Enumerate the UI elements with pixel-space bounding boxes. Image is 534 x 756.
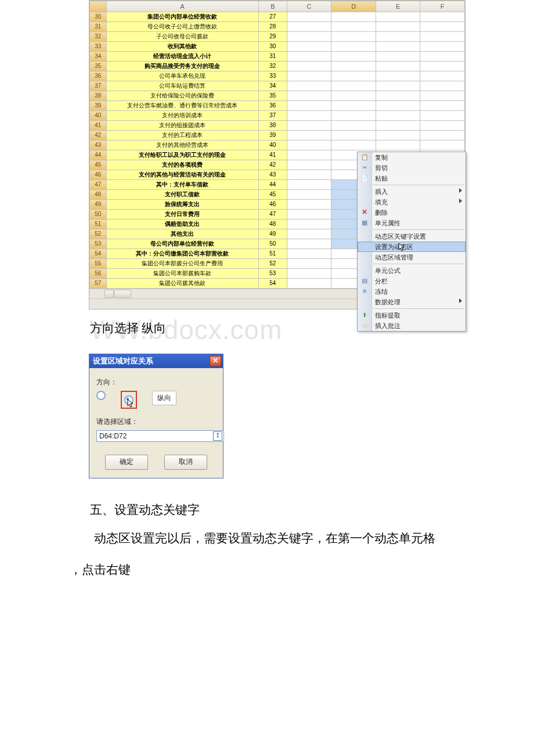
- dialog-titlebar[interactable]: 设置区域对应关系 ✕: [89, 354, 223, 368]
- cell-A[interactable]: 旅保统筹支出: [106, 200, 258, 210]
- cell-B[interactable]: 42: [258, 160, 287, 170]
- cell-C[interactable]: [287, 239, 331, 249]
- menu-paste[interactable]: 粘贴: [358, 173, 466, 183]
- cell-C[interactable]: [287, 22, 331, 32]
- row-header[interactable]: 30: [90, 12, 107, 22]
- cell-F[interactable]: [420, 101, 465, 111]
- cell-C[interactable]: [287, 141, 331, 150]
- row-header[interactable]: 33: [90, 42, 107, 52]
- cell-B[interactable]: 39: [258, 131, 287, 141]
- cell-C[interactable]: [287, 269, 331, 279]
- cell-B[interactable]: 44: [258, 180, 287, 190]
- cell-A[interactable]: 经营活动现金流入小计: [106, 52, 258, 62]
- row-header[interactable]: 41: [90, 121, 107, 131]
- cell-C[interactable]: [287, 121, 331, 131]
- row-header[interactable]: 57: [90, 279, 107, 289]
- row-header[interactable]: 49: [90, 200, 107, 210]
- menu-dyn-manage[interactable]: 动态区域管理: [358, 252, 466, 262]
- cell-B[interactable]: 32: [258, 62, 287, 71]
- row-header[interactable]: 53: [90, 239, 107, 249]
- close-button[interactable]: ✕: [210, 356, 221, 366]
- cell-B[interactable]: 36: [258, 101, 287, 111]
- col-header-F[interactable]: F: [420, 1, 465, 12]
- col-header-E[interactable]: E: [376, 1, 420, 12]
- row-header[interactable]: 39: [90, 101, 107, 111]
- row-header[interactable]: 55: [90, 259, 107, 269]
- row-header[interactable]: 32: [90, 32, 107, 42]
- row-header[interactable]: 54: [90, 249, 107, 259]
- row-header[interactable]: 51: [90, 219, 107, 229]
- cell-A[interactable]: 母公司收子公司上缴营收款: [106, 22, 258, 32]
- cell-B[interactable]: 45: [258, 190, 287, 200]
- cell-C[interactable]: [287, 200, 331, 210]
- menu-cut[interactable]: 剪切: [358, 163, 466, 173]
- cell-B[interactable]: 52: [258, 259, 287, 269]
- row-header[interactable]: 31: [90, 22, 107, 32]
- cell-C[interactable]: [287, 131, 331, 141]
- row-header[interactable]: 48: [90, 190, 107, 200]
- menu-delete[interactable]: 删除: [358, 207, 466, 218]
- region-input[interactable]: D64:D72 ↥: [96, 430, 224, 442]
- cell-A[interactable]: 其中：支付单车借款: [106, 180, 258, 190]
- cell-D[interactable]: [331, 141, 376, 150]
- cell-C[interactable]: [287, 259, 331, 269]
- cell-B[interactable]: 50: [258, 239, 287, 249]
- cell-A[interactable]: 支付的其他与经营活动有关的现金: [106, 170, 258, 180]
- cell-A[interactable]: 公司车站运费结算: [106, 81, 258, 91]
- cell-C[interactable]: [287, 32, 331, 42]
- cell-E[interactable]: [376, 131, 420, 141]
- cell-B[interactable]: 47: [258, 210, 287, 219]
- cell-B[interactable]: 46: [258, 200, 287, 210]
- cell-C[interactable]: [287, 111, 331, 121]
- cell-B[interactable]: 33: [258, 71, 287, 81]
- row-header[interactable]: 38: [90, 91, 107, 101]
- cell-C[interactable]: [287, 160, 331, 170]
- row-header[interactable]: 52: [90, 229, 107, 239]
- cell-E[interactable]: [376, 91, 420, 101]
- cell-C[interactable]: [287, 52, 331, 62]
- cell-A[interactable]: 支付的组接团成本: [106, 121, 258, 131]
- cell-E[interactable]: [376, 52, 420, 62]
- col-header-C[interactable]: C: [287, 1, 331, 12]
- row-header[interactable]: 56: [90, 269, 107, 279]
- cell-F[interactable]: [420, 111, 465, 121]
- cell-E[interactable]: [376, 71, 420, 81]
- cell-F[interactable]: [420, 131, 465, 141]
- cell-E[interactable]: [376, 22, 420, 32]
- menu-dyn-keyword[interactable]: 动态区关键字设置: [358, 231, 466, 242]
- ok-button[interactable]: 确定: [105, 455, 148, 470]
- cell-A[interactable]: 支付公营车燃油费、通行费等日常经营成本: [106, 101, 258, 111]
- cell-E[interactable]: [376, 81, 420, 91]
- cell-F[interactable]: [420, 22, 465, 32]
- menu-freeze[interactable]: 冻结: [358, 286, 466, 297]
- cell-B[interactable]: 51: [258, 249, 287, 259]
- cell-D[interactable]: [331, 32, 376, 42]
- cell-D[interactable]: [331, 91, 376, 101]
- range-picker-icon[interactable]: ↥: [213, 431, 222, 441]
- cell-C[interactable]: [287, 81, 331, 91]
- cell-A[interactable]: 集团公司拨其他款: [106, 279, 258, 289]
- select-all-corner[interactable]: [90, 1, 107, 12]
- row-header[interactable]: 43: [90, 141, 107, 150]
- cell-C[interactable]: [287, 62, 331, 71]
- cell-D[interactable]: [331, 121, 376, 131]
- cell-D[interactable]: [331, 111, 376, 121]
- cell-E[interactable]: [376, 42, 420, 52]
- cell-B[interactable]: 28: [258, 22, 287, 32]
- cell-A[interactable]: 支付给职工以及为职工支付的现金: [106, 150, 258, 160]
- cell-B[interactable]: 31: [258, 52, 287, 62]
- menu-cell-formula[interactable]: 单元公式: [358, 265, 466, 276]
- cell-A[interactable]: 支付的工程成本: [106, 131, 258, 141]
- cell-A[interactable]: 母公司内部单位经营付款: [106, 239, 258, 249]
- cell-F[interactable]: [420, 62, 465, 71]
- row-header[interactable]: 44: [90, 150, 107, 160]
- row-header[interactable]: 35: [90, 62, 107, 71]
- menu-insert[interactable]: 插入: [358, 186, 466, 197]
- cell-A[interactable]: 支付日常费用: [106, 210, 258, 219]
- row-header[interactable]: 46: [90, 170, 107, 180]
- cell-A[interactable]: 子公司收母公司拨款: [106, 32, 258, 42]
- cell-C[interactable]: [287, 249, 331, 259]
- cell-D[interactable]: [331, 22, 376, 32]
- cell-F[interactable]: [420, 91, 465, 101]
- cell-A[interactable]: 公司单车承包兑现: [106, 71, 258, 81]
